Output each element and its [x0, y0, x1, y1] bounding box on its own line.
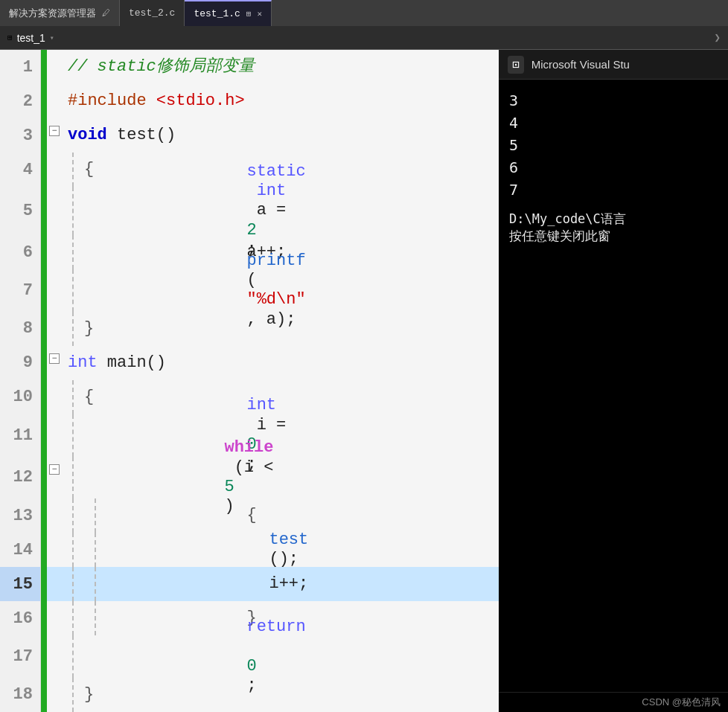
solution-name: test_1	[17, 32, 45, 44]
code-comment: // static修饰局部变量	[68, 57, 255, 77]
code-normal	[246, 637, 256, 655]
line-number: 3	[0, 118, 41, 153]
kw-return: return	[246, 618, 305, 636]
line-number: 2	[0, 84, 41, 118]
file1-tab-label: test_2.c	[129, 7, 175, 19]
fold-box[interactable]: −	[49, 353, 60, 364]
pin-icon: 🖊	[102, 8, 110, 18]
green-bar	[41, 678, 47, 712]
fold-area[interactable]: −	[47, 457, 62, 499]
fold-area	[47, 533, 62, 567]
main-content: 1 // static修饰局部变量 2 #include <stdio.h> 3	[0, 50, 728, 712]
kw-while: while	[224, 438, 273, 457]
fold-area	[47, 153, 62, 187]
indent-guide	[72, 601, 74, 635]
indent-guide	[72, 533, 74, 567]
code-string: "%d\n"	[246, 290, 305, 309]
line-number: 5	[0, 187, 41, 235]
code-editor[interactable]: 1 // static修饰局部变量 2 #include <stdio.h> 3	[0, 50, 499, 712]
title-bar: 解决方案资源管理器 🖊 test_2.c test_1.c ⊞ ✕	[0, 0, 728, 26]
code-content: return 0 ;	[62, 635, 499, 678]
terminal-panel: ⊡ Microsoft Visual Stu 3 4 5 6 7 D:\My_c…	[499, 50, 728, 712]
green-bar	[41, 498, 47, 533]
fold-box[interactable]: −	[49, 126, 60, 136]
table-row: 17 return 0 ;	[0, 635, 499, 678]
green-bar	[41, 235, 47, 269]
fold-area	[47, 187, 62, 235]
terminal-header: ⊡ Microsoft Visual Stu	[499, 50, 728, 80]
indent-guide	[72, 153, 74, 187]
footer-text: CSDN @秘色清风	[642, 696, 721, 709]
line-number: 8	[0, 312, 41, 346]
green-bar	[41, 380, 47, 414]
code-include: <stdio.h>	[156, 92, 245, 111]
file2-tab-label: test_1.c	[194, 8, 240, 19]
fold-area[interactable]: −	[47, 118, 62, 153]
terminal-path: D:\My_code\C语言	[509, 211, 718, 228]
code-lines: 1 // static修饰局部变量 2 #include <stdio.h> 3	[0, 50, 499, 712]
kw-call: test	[269, 530, 308, 549]
dropdown-icon[interactable]: ▾	[50, 33, 54, 42]
code-normal: i++;	[269, 574, 308, 593]
green-bar	[41, 601, 47, 635]
green-bar	[41, 312, 47, 346]
fold-area[interactable]: −	[47, 346, 62, 380]
line-number: 16	[0, 601, 41, 635]
solution-tab-label: 解决方案资源管理器	[9, 7, 96, 20]
fold-box[interactable]: −	[49, 464, 60, 475]
code-content: int main()	[62, 346, 499, 380]
line-number: 7	[0, 269, 41, 312]
extra-nav: ❯	[715, 31, 728, 44]
pin-icon2: ⊞	[246, 9, 252, 19]
green-bar	[41, 533, 47, 567]
fold-area	[47, 601, 62, 635]
green-bar	[41, 153, 47, 187]
code-brace: }	[84, 319, 94, 339]
line-number: 17	[0, 635, 41, 678]
solution-tab[interactable]: 解决方案资源管理器 🖊	[0, 0, 120, 26]
green-bar	[41, 187, 47, 235]
terminal-footer: CSDN @秘色清风	[499, 692, 728, 712]
kw-static: static	[246, 162, 305, 181]
line-number: 4	[0, 153, 41, 187]
terminal-output-5: 5	[509, 136, 718, 154]
close-icon[interactable]: ✕	[257, 9, 262, 19]
terminal-output-4: 4	[509, 114, 718, 132]
table-row: 7 printf ( "%d\n" , a);	[0, 269, 499, 312]
green-bar	[41, 457, 47, 499]
terminal-output-6: 6	[509, 158, 718, 176]
file1-tab[interactable]: test_1.c ⊞ ✕	[185, 0, 272, 26]
fold-area	[47, 235, 62, 269]
indent-guide	[72, 567, 74, 601]
table-row: 8 }	[0, 312, 499, 346]
green-bar	[41, 414, 47, 457]
line-number: 15	[0, 567, 41, 601]
indent-guide	[72, 678, 74, 712]
code-number: 0	[246, 657, 256, 676]
terminal-output-7: 7	[509, 181, 718, 199]
file2-tab[interactable]: test_2.c	[120, 0, 185, 26]
indent-guide	[72, 312, 74, 346]
code-brace: }	[84, 685, 94, 705]
line-number: 6	[0, 235, 41, 269]
fold-area	[47, 269, 62, 312]
green-bar	[41, 118, 47, 153]
green-bar	[41, 84, 47, 118]
kw-int: int	[68, 353, 98, 373]
table-row: 9 − int main()	[0, 346, 499, 380]
terminal-body: 3 4 5 6 7 D:\My_code\C语言 按任意键关闭此窗	[499, 80, 728, 692]
fold-area	[47, 380, 62, 414]
code-content: #include <stdio.h>	[62, 84, 499, 118]
code-content: }	[62, 312, 499, 346]
kw-printf: printf	[246, 251, 305, 270]
code-content: // static修饰局部变量	[62, 50, 499, 84]
fold-area	[47, 567, 62, 601]
indent-guide	[72, 414, 74, 457]
fold-area	[47, 312, 62, 346]
code-content: printf ( "%d\n" , a);	[62, 269, 499, 312]
terminal-title: Microsoft Visual Stu	[531, 58, 630, 71]
indent-guide	[72, 380, 74, 414]
green-bar	[41, 635, 47, 678]
kw-int: int	[246, 182, 286, 200]
indent-guide	[72, 269, 74, 312]
